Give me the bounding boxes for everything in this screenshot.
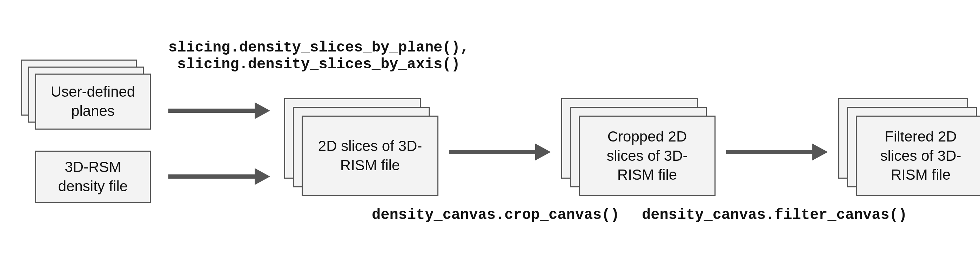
cropped-box-label: Cropped 2D slices of 3D-RISM file [579,116,716,196]
planes-box: User-defined planes [21,60,151,130]
slices-box-label: 2D slices of 3D-RISM file [302,116,438,196]
filter-fn-label: density_canvas.filter_canvas() [642,207,907,223]
slices-box: 2D slices of 3D-RISM file [284,98,438,196]
cropped-box: Cropped 2D slices of 3D-RISM file [561,98,716,196]
density-file-box: 3D-RSM density file [35,150,151,203]
crop-fn-label: density_canvas.crop_canvas() [372,207,619,223]
arrow-density-to-slices [169,168,270,185]
arrow-planes-to-slices [169,102,270,119]
arrow-cropped-to-filtered [726,144,828,160]
arrow-slices-to-cropped [449,144,551,160]
planes-box-label: User-defined planes [35,74,151,130]
slicing-fn-label: slicing.density_slices_by_plane(), slici… [169,39,469,73]
filtered-box-label: Filtered 2D slices of 3D-RISM file [856,116,980,196]
filtered-box: Filtered 2D slices of 3D-RISM file [838,98,980,196]
flow-diagram: slicing.density_slices_by_plane(), slici… [0,0,980,269]
